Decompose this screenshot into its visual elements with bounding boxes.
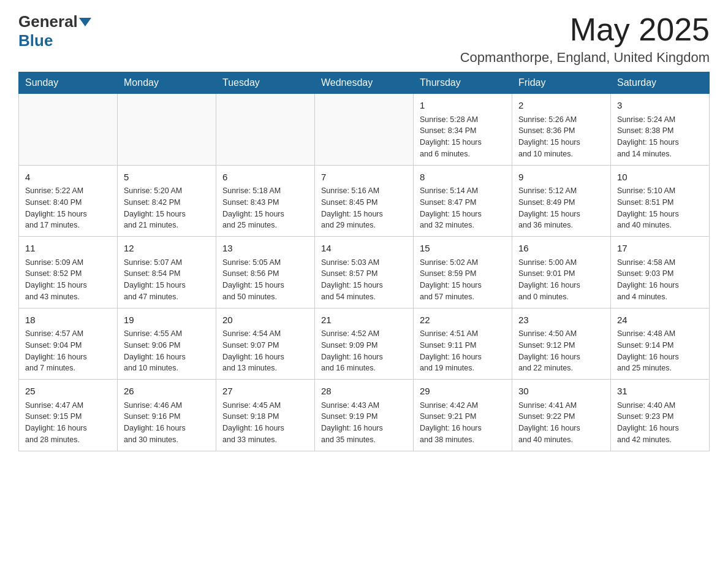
calendar-cell: 11Sunrise: 5:09 AMSunset: 8:52 PMDayligh… — [19, 237, 118, 308]
day-info: Sunset: 9:09 PM — [321, 340, 407, 351]
day-info: Sunrise: 5:12 AM — [518, 185, 604, 197]
day-info: and 19 minutes. — [420, 362, 506, 374]
day-header-sunday: Sunday — [19, 72, 118, 94]
day-number: 2 — [518, 99, 604, 113]
day-info: Daylight: 16 hours — [617, 280, 703, 291]
day-info: Sunset: 8:49 PM — [518, 197, 604, 209]
day-number: 9 — [518, 170, 604, 185]
day-number: 18 — [25, 313, 111, 327]
day-info: Sunset: 8:52 PM — [25, 268, 111, 280]
day-info: and 21 minutes. — [124, 220, 210, 231]
day-info: Sunrise: 5:16 AM — [321, 185, 407, 197]
logo-general-text: General — [18, 12, 78, 31]
day-number: 16 — [518, 242, 604, 256]
day-info: Daylight: 16 hours — [321, 351, 407, 363]
day-number: 4 — [25, 170, 111, 185]
day-info: Sunrise: 4:47 AM — [25, 400, 111, 412]
day-info: and 29 minutes. — [321, 220, 407, 231]
day-info: Daylight: 15 hours — [617, 209, 703, 220]
day-info: Sunset: 9:15 PM — [25, 411, 111, 423]
day-info: Sunset: 9:14 PM — [617, 340, 703, 351]
day-info: Sunrise: 5:09 AM — [25, 257, 111, 269]
day-header-saturday: Saturday — [611, 72, 710, 94]
day-info: Sunset: 9:03 PM — [617, 268, 703, 280]
day-info: Sunset: 8:56 PM — [222, 268, 308, 280]
day-info: Daylight: 15 hours — [420, 280, 506, 291]
day-info: and 50 minutes. — [222, 291, 308, 303]
day-info: Sunrise: 4:41 AM — [518, 400, 604, 412]
day-info: Sunrise: 4:50 AM — [518, 328, 604, 340]
day-number: 23 — [518, 313, 604, 327]
day-info: Daylight: 15 hours — [25, 280, 111, 291]
day-info: Daylight: 15 hours — [124, 209, 210, 220]
day-info: and 43 minutes. — [25, 291, 111, 303]
calendar-cell: 17Sunrise: 4:58 AMSunset: 9:03 PMDayligh… — [611, 237, 710, 308]
calendar-cell: 26Sunrise: 4:46 AMSunset: 9:16 PMDayligh… — [118, 380, 216, 451]
day-info: Sunset: 9:21 PM — [420, 411, 506, 423]
calendar-cell: 7Sunrise: 5:16 AMSunset: 8:45 PMDaylight… — [315, 165, 414, 237]
day-info: and 16 minutes. — [321, 362, 407, 374]
day-info: and 38 minutes. — [420, 434, 506, 446]
page-header: General Blue May 2025 Copmanthorpe, Engl… — [18, 12, 710, 66]
day-info: Sunset: 8:51 PM — [617, 197, 703, 209]
calendar-cell: 6Sunrise: 5:18 AMSunset: 8:43 PMDaylight… — [216, 165, 315, 237]
day-info: and 32 minutes. — [420, 220, 506, 231]
day-info: and 14 minutes. — [617, 148, 703, 160]
logo-arrow-icon — [79, 18, 91, 26]
day-info: Sunrise: 5:10 AM — [617, 185, 703, 197]
day-number: 22 — [420, 313, 506, 327]
day-info: and 40 minutes. — [518, 434, 604, 446]
day-info: Sunset: 8:34 PM — [420, 125, 506, 137]
day-info: Sunrise: 5:22 AM — [25, 185, 111, 197]
month-title: May 2025 — [460, 12, 710, 47]
day-number: 17 — [617, 242, 703, 256]
calendar-week-5: 25Sunrise: 4:47 AMSunset: 9:15 PMDayligh… — [19, 380, 710, 451]
day-info: and 6 minutes. — [420, 148, 506, 160]
day-info: Daylight: 16 hours — [222, 351, 308, 363]
day-info: Sunrise: 4:55 AM — [124, 328, 210, 340]
day-info: Sunrise: 4:52 AM — [321, 328, 407, 340]
day-info: Daylight: 15 hours — [222, 280, 308, 291]
day-info: and 25 minutes. — [617, 362, 703, 374]
day-info: Sunset: 9:22 PM — [518, 411, 604, 423]
day-info: Daylight: 16 hours — [25, 351, 111, 363]
day-info: Sunset: 9:16 PM — [124, 411, 210, 423]
day-info: Daylight: 16 hours — [321, 423, 407, 434]
day-info: Sunset: 8:38 PM — [617, 125, 703, 137]
day-info: and 47 minutes. — [124, 291, 210, 303]
day-number: 28 — [321, 385, 407, 399]
day-info: Daylight: 16 hours — [617, 351, 703, 363]
day-info: Sunset: 8:36 PM — [518, 125, 604, 137]
day-info: Sunrise: 5:03 AM — [321, 257, 407, 269]
calendar-cell: 28Sunrise: 4:43 AMSunset: 9:19 PMDayligh… — [315, 380, 414, 451]
day-info: Sunset: 9:23 PM — [617, 411, 703, 423]
day-info: Daylight: 16 hours — [617, 423, 703, 434]
day-header-wednesday: Wednesday — [315, 72, 414, 94]
calendar-cell: 3Sunrise: 5:24 AMSunset: 8:38 PMDaylight… — [611, 94, 710, 166]
day-info: Sunrise: 4:42 AM — [420, 400, 506, 412]
day-info: Daylight: 15 hours — [518, 209, 604, 220]
day-info: Sunrise: 5:18 AM — [222, 185, 308, 197]
calendar-cell: 1Sunrise: 5:28 AMSunset: 8:34 PMDaylight… — [414, 94, 512, 166]
day-info: and 54 minutes. — [321, 291, 407, 303]
title-block: May 2025 Copmanthorpe, England, United K… — [460, 12, 710, 66]
calendar-week-4: 18Sunrise: 4:57 AMSunset: 9:04 PMDayligh… — [19, 308, 710, 380]
day-info: and 42 minutes. — [617, 434, 703, 446]
calendar-cell — [216, 94, 315, 166]
calendar-cell: 16Sunrise: 5:00 AMSunset: 9:01 PMDayligh… — [512, 237, 611, 308]
day-info: and 7 minutes. — [25, 362, 111, 374]
day-number: 15 — [420, 242, 506, 256]
logo-blue-text: Blue — [18, 31, 53, 50]
day-info: and 33 minutes. — [222, 434, 308, 446]
day-number: 19 — [124, 313, 210, 327]
day-info: and 30 minutes. — [124, 434, 210, 446]
day-info: Sunrise: 5:00 AM — [518, 257, 604, 269]
calendar-cell: 20Sunrise: 4:54 AMSunset: 9:07 PMDayligh… — [216, 308, 315, 380]
day-number: 1 — [420, 99, 506, 113]
day-info: and 40 minutes. — [617, 220, 703, 231]
day-number: 21 — [321, 313, 407, 327]
day-info: Sunset: 9:19 PM — [321, 411, 407, 423]
day-info: and 28 minutes. — [25, 434, 111, 446]
day-info: Daylight: 15 hours — [25, 209, 111, 220]
day-info: Sunrise: 4:43 AM — [321, 400, 407, 412]
